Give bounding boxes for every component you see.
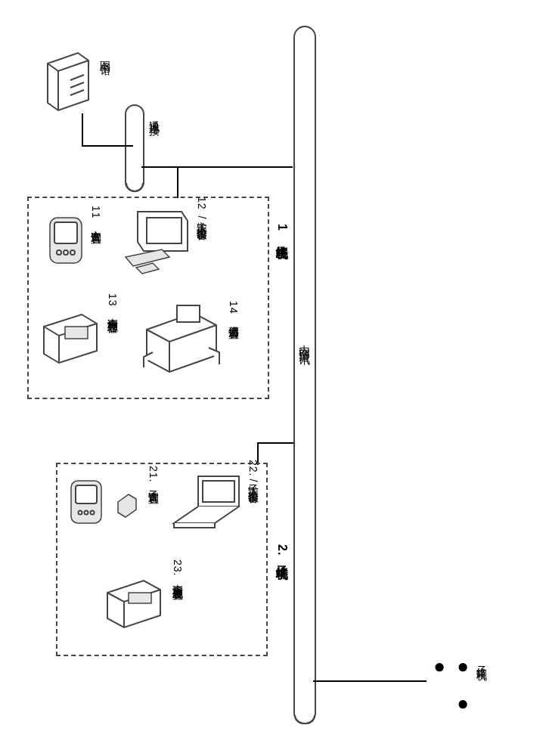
library-label: 图书馆: [98, 53, 112, 57]
c11-label: 11 主查询装置: [89, 206, 103, 226]
svg-point-14: [85, 511, 88, 515]
svg-point-7: [70, 250, 75, 255]
c13-label: 13 查询标志管理器: [106, 293, 119, 315]
pda-icon: [45, 213, 86, 271]
conn-main-pipes: [141, 166, 293, 168]
svg-rect-17: [129, 593, 151, 603]
external-comm-pipe: [125, 104, 144, 192]
more-sub-terminal-label: 子终端机: [475, 658, 489, 664]
svg-point-13: [79, 511, 82, 515]
svg-rect-12: [76, 485, 97, 503]
c14-label: 14 借还书装置: [227, 301, 240, 321]
chip-icon: [113, 491, 141, 521]
svg-rect-4: [54, 222, 77, 243]
svg-rect-8: [147, 218, 182, 243]
monitor-icon: [123, 207, 191, 277]
diagram-stage: 图书馆 通讯连接 内部通讯 ● ● ● 子终端机 1 主终端机 11 主查询装置: [0, 0, 543, 756]
checkout-machine-icon: [141, 299, 224, 377]
svg-rect-9: [65, 327, 88, 339]
svg-rect-16: [203, 481, 234, 502]
server-icon: [42, 50, 95, 116]
internal-comm-label: 内部通讯: [297, 336, 312, 348]
conn-server-pipe2: [82, 145, 133, 147]
svg-point-15: [91, 511, 95, 515]
c23-label: 23.查询标志生成装置: [171, 559, 185, 582]
printer-icon: [38, 307, 103, 368]
pda-icon-small: [68, 478, 104, 530]
conn-sub-pipe: [257, 442, 293, 444]
laptop-icon: [171, 473, 244, 536]
conn-more: [313, 680, 427, 682]
c21-label: 21.子查询装置: [147, 466, 160, 486]
sub-terminal-title: 2.子终端机: [274, 544, 290, 559]
printer-small-icon: [103, 575, 165, 633]
ellipsis-icon: ● ● ●: [427, 655, 474, 756]
internal-comm-pipe: [293, 26, 316, 724]
svg-point-5: [57, 250, 61, 255]
conn-main-drop: [177, 166, 178, 198]
c12-label: 12 主输入/输出设备: [195, 197, 209, 222]
svg-point-6: [64, 250, 68, 255]
external-comm-label: 通讯连接: [147, 112, 161, 118]
main-terminal-title: 1 主终端机: [274, 224, 290, 238]
conn-server-pipe: [82, 113, 83, 147]
c22-label: 22.子输入/输出设备: [247, 460, 260, 485]
svg-rect-10: [177, 305, 200, 322]
